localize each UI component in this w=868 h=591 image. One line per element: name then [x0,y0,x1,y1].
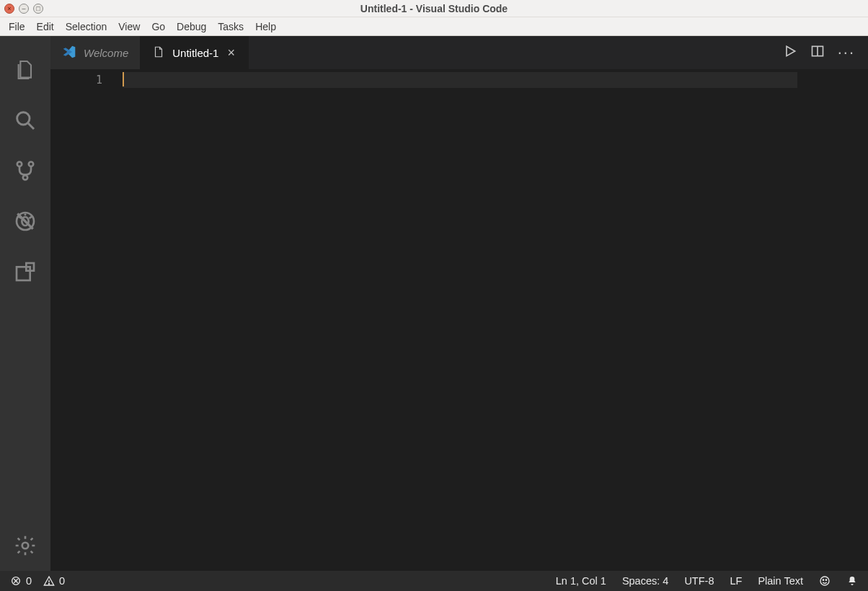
tab-untitled-1[interactable]: Untitled-1 × [141,36,249,69]
tab-welcome-label: Welcome [84,47,128,59]
svg-point-21 [823,579,823,580]
menu-bar: File Edit Selection View Go Debug Tasks … [0,17,868,36]
tab-bar: Welcome Untitled-1 × ··· [50,36,868,69]
current-line-highlight [123,72,797,88]
notifications-bell-icon[interactable] [846,575,858,587]
status-bar: 0 0 Ln 1, Col 1 Spaces: 4 UTF-8 LF Plain… [0,571,868,591]
settings-gear-icon[interactable] [0,520,50,571]
split-editor-icon[interactable] [810,44,825,61]
tab-close-icon[interactable]: × [226,46,236,59]
svg-point-19 [49,583,50,584]
editor-actions: ··· [783,36,868,69]
activity-bar [0,36,50,571]
menu-selection[interactable]: Selection [60,19,113,34]
svg-point-20 [820,577,829,585]
line-number: 1 [50,72,123,88]
svg-line-1 [28,123,34,129]
window-title: Untitled-1 - Visual Studio Code [0,3,868,14]
search-icon[interactable] [0,95,50,146]
svg-point-0 [17,112,30,125]
window-maximize-button[interactable]: □ [33,4,43,14]
status-warnings[interactable]: 0 [43,575,65,587]
status-eol[interactable]: LF [730,575,742,587]
svg-rect-10 [17,267,30,280]
text-cursor [123,72,124,86]
tab-untitled-1-label: Untitled-1 [172,47,218,59]
vscode-icon [62,45,76,61]
os-title-bar: × – □ Untitled-1 - Visual Studio Code [0,0,868,17]
status-errors-count: 0 [26,575,32,587]
svg-point-4 [23,175,27,179]
explorer-icon[interactable] [0,45,50,95]
status-warnings-count: 0 [59,575,65,587]
svg-line-9 [29,216,32,218]
window-minimize-button[interactable]: – [19,4,29,14]
tab-welcome[interactable]: Welcome [50,36,141,69]
window-close-button[interactable]: × [4,4,14,14]
run-icon[interactable] [783,44,797,61]
menu-tasks[interactable]: Tasks [212,19,249,34]
feedback-smiley-icon[interactable] [819,575,831,587]
status-language-mode[interactable]: Plain Text [758,575,803,587]
menu-file[interactable]: File [3,19,31,34]
file-icon [152,45,165,61]
line-number-gutter: 1 [50,69,123,571]
svg-point-22 [825,579,826,580]
more-actions-icon[interactable]: ··· [838,45,855,61]
debug-icon[interactable] [0,196,50,246]
editor-area[interactable]: 1 [50,69,868,571]
menu-view[interactable]: View [112,19,146,34]
menu-edit[interactable]: Edit [31,19,60,34]
menu-debug[interactable]: Debug [171,19,212,34]
svg-point-3 [29,161,33,166]
source-control-icon[interactable] [0,146,50,196]
status-errors[interactable]: 0 [10,575,32,587]
menu-help[interactable]: Help [249,19,282,34]
svg-point-2 [17,161,22,166]
svg-point-12 [22,543,29,549]
status-indentation[interactable]: Spaces: 4 [622,575,669,587]
menu-go[interactable]: Go [146,19,171,34]
status-cursor-position[interactable]: Ln 1, Col 1 [556,575,606,587]
status-encoding[interactable]: UTF-8 [684,575,714,587]
extensions-icon[interactable] [0,246,50,297]
minimap[interactable] [797,69,858,571]
editor-group: Welcome Untitled-1 × ··· [50,36,868,571]
